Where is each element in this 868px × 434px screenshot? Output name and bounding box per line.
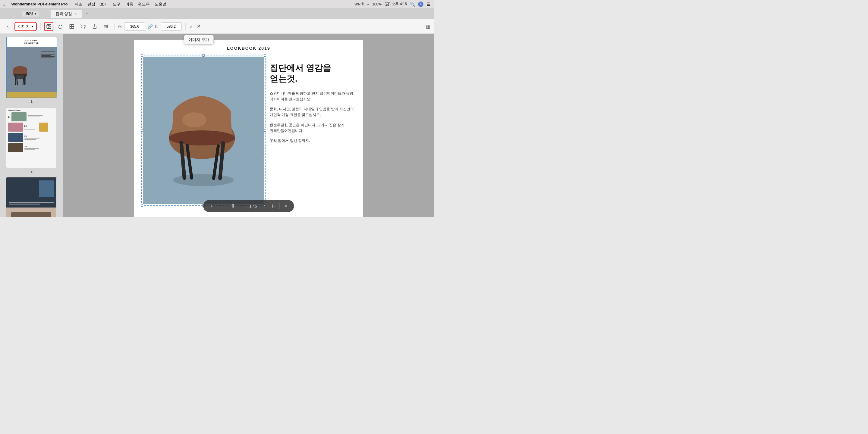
nav-separator-1 [227, 203, 227, 209]
zoom-out-button[interactable]: − [216, 202, 225, 210]
close-nav-button[interactable]: ✕ [281, 202, 290, 210]
toolbar-back-button[interactable]: ‹ [4, 22, 12, 31]
svg-rect-10 [13, 74, 27, 75]
menu-view[interactable]: 보기 [100, 1, 108, 7]
thumb3-bottom [6, 207, 56, 217]
handle-top-left[interactable] [141, 54, 143, 57]
current-page-num: 1 [249, 204, 251, 208]
rotate-icon [58, 24, 63, 29]
menubar:  Wondershare PDFelement Pro 파일 편집 보기 도구… [0, 0, 434, 8]
thumb3-line-1 [9, 202, 54, 203]
thumb1-text-line-6 [41, 58, 53, 58]
menu-icon[interactable]: ☰ [427, 2, 430, 7]
arrange-button[interactable] [67, 22, 76, 31]
svg-rect-5 [72, 24, 74, 26]
thumb2-img-2 [8, 123, 23, 132]
thumb1-logo-text: COLUMBIACOLLECTIVE [9, 40, 54, 44]
handle-top-right[interactable] [264, 54, 266, 57]
zoom-value: 150% [24, 12, 33, 16]
svg-rect-11 [15, 75, 16, 85]
menu-help[interactable]: 도움말 [155, 1, 166, 7]
delete-button[interactable] [101, 22, 111, 31]
link-proportions-icon[interactable]: 🔗 [148, 24, 153, 29]
zoom-dropdown[interactable]: 150% ▾ [22, 11, 38, 16]
thumb-box-2: Table of Contents 24 [6, 107, 57, 168]
pdf-image-column [143, 57, 264, 204]
pdf-chair-image [143, 57, 264, 204]
svg-rect-12 [24, 75, 25, 85]
menu-move[interactable]: 이동 [125, 1, 133, 7]
handle-mid-right[interactable] [264, 129, 266, 132]
thumb1-text-area [41, 52, 55, 59]
thumbnail-page-2[interactable]: Table of Contents 24 [2, 107, 61, 173]
thumb2-text-2: 26 [24, 123, 38, 132]
thumb2-img-3 [8, 133, 23, 142]
next-page-button[interactable]: ↑ [260, 202, 269, 210]
prev-page-button[interactable]: ↓ [238, 202, 246, 210]
battery-label: 100% [372, 2, 381, 6]
handle-top-center[interactable] [202, 54, 205, 57]
thumb2-line-1b [28, 116, 40, 117]
chair-illustration [143, 57, 264, 204]
tab-add-button[interactable]: + [83, 10, 90, 18]
time-label: (금) 오후 4:16 [384, 1, 407, 7]
thumb2-line-4b [24, 149, 35, 150]
confirm-button[interactable]: ✓ [189, 24, 193, 29]
thumb2-line-3b [24, 139, 36, 140]
search-icon[interactable]: 🔍 [410, 2, 415, 7]
menu-window[interactable]: 윈도우 [138, 1, 150, 7]
handle-mid-left[interactable] [141, 129, 143, 132]
tab-close-icon[interactable]: ✕ [74, 12, 77, 16]
menu-tools[interactable]: 도구 [113, 1, 121, 7]
svg-rect-6 [70, 27, 71, 28]
height-input[interactable] [161, 22, 182, 31]
svg-point-22 [182, 112, 207, 127]
thumbnail-page-3[interactable]: 3 [2, 177, 61, 217]
share-button[interactable] [90, 22, 99, 31]
thumb2-line-1c [28, 118, 41, 119]
add-image-icon [46, 24, 52, 29]
first-page-button[interactable]: ⇈ [229, 202, 237, 210]
menu-file[interactable]: 파일 [75, 1, 83, 7]
cancel-button[interactable]: ✕ [197, 24, 201, 29]
width-input[interactable] [124, 22, 145, 31]
current-page-display: 1 / 5 [247, 204, 259, 208]
crop-button[interactable] [79, 22, 88, 31]
thumbnail-page-1[interactable]: COLUMBIACOLLECTIVE [2, 37, 61, 104]
width-label: w: [118, 24, 122, 29]
thumb1-header: COLUMBIACOLLECTIVE [7, 37, 57, 47]
tabbar: 150% ▾ 집과 영감 ✕ + [0, 8, 434, 19]
delete-icon [104, 24, 108, 29]
image-type-dropdown[interactable]: 이미지 ▾ [14, 22, 37, 31]
thumb2-text-1 [28, 112, 43, 121]
thumb2-img-1 [11, 112, 27, 121]
toolbar: ‹ 이미지 ▾ [0, 19, 434, 34]
svg-point-23 [173, 174, 234, 186]
thumb1-text-line-3 [41, 54, 55, 55]
thumb1-text-line-4 [41, 55, 51, 56]
rotate-button[interactable] [56, 22, 65, 31]
thumb3-text-area [9, 202, 54, 205]
thumb2-row-3: 28 [8, 133, 55, 142]
svg-point-17 [169, 130, 235, 145]
toolbar-separator-3 [185, 23, 186, 30]
main-area: COLUMBIACOLLECTIVE [0, 34, 434, 217]
pdf-text-column: 집단에서 영감을 얻는것. 스칸디나비아를 탐험하고 현지 크리에이티브와 유명… [270, 57, 354, 204]
svg-rect-7 [72, 27, 74, 28]
panel-toggle-icon[interactable]: ▦ [426, 24, 430, 29]
app-name: Wondershare PDFelement Pro [11, 2, 67, 6]
zoom-arrow-icon: ▾ [35, 12, 36, 15]
last-page-button[interactable]: ⇊ [269, 202, 278, 210]
tab-main[interactable]: 집과 영감 ✕ [51, 10, 82, 18]
thumb-content-1: COLUMBIACOLLECTIVE [7, 37, 57, 98]
zoom-in-button[interactable]: + [207, 202, 216, 210]
thumbnail-panel: COLUMBIACOLLECTIVE [0, 34, 63, 217]
thumb2-num-1: 24 [8, 116, 10, 118]
handle-bottom-left[interactable] [141, 204, 143, 207]
thumb2-line-4a [24, 148, 39, 149]
menu-edit[interactable]: 편집 [87, 1, 95, 7]
pdf-page: LOOKBOOK 2019 [134, 40, 363, 217]
svg-rect-4 [70, 24, 71, 26]
thumb3-side-img [39, 180, 54, 197]
add-image-button[interactable] [44, 22, 53, 31]
